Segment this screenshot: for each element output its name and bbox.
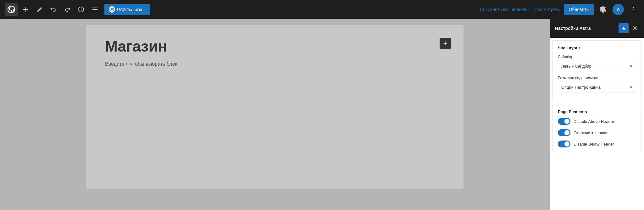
canvas-content: Магазин Введите /, чтобы выбрать блок + bbox=[86, 25, 464, 189]
site-layout-section: Site Layout Сайдбар Левый СайдбарПравый … bbox=[552, 40, 641, 102]
disable-above-header-toggle[interactable] bbox=[558, 118, 570, 125]
disable-header-toggle[interactable] bbox=[558, 129, 570, 136]
svg-point-5 bbox=[81, 8, 81, 9]
redo-button[interactable] bbox=[62, 4, 73, 15]
wp-logo[interactable] bbox=[5, 3, 18, 16]
save-draft-button[interactable]: Сохранить как черновик bbox=[480, 7, 529, 12]
preview-button[interactable]: Просмотреть bbox=[533, 7, 560, 12]
uag-templates-button[interactable]: UO UAG Templates bbox=[104, 4, 150, 15]
page-elements-section: Page Elements Disable Above Header Отклю… bbox=[552, 105, 641, 152]
svg-rect-7 bbox=[92, 9, 97, 10]
page-title: Магазин bbox=[105, 38, 445, 55]
add-block-button[interactable]: + bbox=[440, 38, 451, 49]
content-markup-select-wrapper: Опции НастройщикаПолная ШиринаКонтейнер … bbox=[558, 82, 636, 92]
sidebar-panel-title: Настройки Astra bbox=[555, 26, 616, 31]
more-options-button[interactable]: ⋮ bbox=[628, 4, 639, 15]
favorite-button[interactable]: ★ bbox=[619, 23, 629, 33]
topbar: UO UAG Templates Сохранить как черновик … bbox=[0, 0, 644, 19]
sidebar-select[interactable]: Левый СайдбарПравый СайдбарБез Сайдбара bbox=[558, 61, 636, 71]
update-button[interactable]: Обновить bbox=[564, 4, 594, 15]
disable-above-header-label: Disable Above Header bbox=[574, 119, 614, 124]
disable-header-row: Отключить шапку bbox=[558, 129, 636, 136]
svg-rect-2 bbox=[23, 9, 28, 10]
close-sidebar-button[interactable]: ✕ bbox=[631, 23, 639, 33]
disable-below-header-toggle[interactable] bbox=[558, 141, 570, 147]
content-markup-label: Разметка содержимого bbox=[558, 76, 636, 80]
block-placeholder[interactable]: Введите /, чтобы выбрать блок bbox=[105, 61, 445, 67]
edit-button[interactable] bbox=[34, 4, 45, 15]
list-view-button[interactable] bbox=[89, 4, 101, 15]
undo-button[interactable] bbox=[48, 4, 59, 15]
editor-canvas: Магазин Введите /, чтобы выбрать блок + bbox=[0, 19, 550, 210]
svg-rect-8 bbox=[92, 11, 97, 11]
info-button[interactable] bbox=[75, 4, 87, 15]
avatar[interactable]: A bbox=[613, 4, 624, 15]
disable-below-header-label: Disable Below Header bbox=[574, 142, 614, 146]
svg-rect-6 bbox=[92, 8, 97, 8]
disable-above-header-row: Disable Above Header bbox=[558, 118, 636, 125]
uag-icon: UO bbox=[109, 6, 115, 13]
site-layout-title: Site Layout bbox=[558, 46, 636, 50]
main-area: Магазин Введите /, чтобы выбрать блок + … bbox=[0, 19, 644, 210]
svg-rect-4 bbox=[81, 9, 81, 11]
content-markup-select[interactable]: Опции НастройщикаПолная ШиринаКонтейнер bbox=[558, 82, 636, 92]
disable-header-label: Отключить шапку bbox=[574, 130, 607, 135]
disable-below-header-row: Disable Below Header bbox=[558, 141, 636, 147]
sidebar-panel: Настройки Astra ★ ✕ Site Layout Сайдбар … bbox=[550, 19, 644, 210]
add-block-topbar-button[interactable] bbox=[20, 4, 31, 15]
page-elements-title: Page Elements bbox=[558, 109, 636, 114]
settings-button[interactable] bbox=[597, 4, 609, 15]
topbar-right: Сохранить как черновик Просмотреть Обнов… bbox=[480, 4, 639, 15]
sidebar-header: Настройки Astra ★ ✕ bbox=[550, 19, 644, 38]
sidebar-select-wrapper: Левый СайдбарПравый СайдбарБез Сайдбара … bbox=[558, 61, 636, 71]
sidebar-field-label: Сайдбар bbox=[558, 55, 636, 59]
